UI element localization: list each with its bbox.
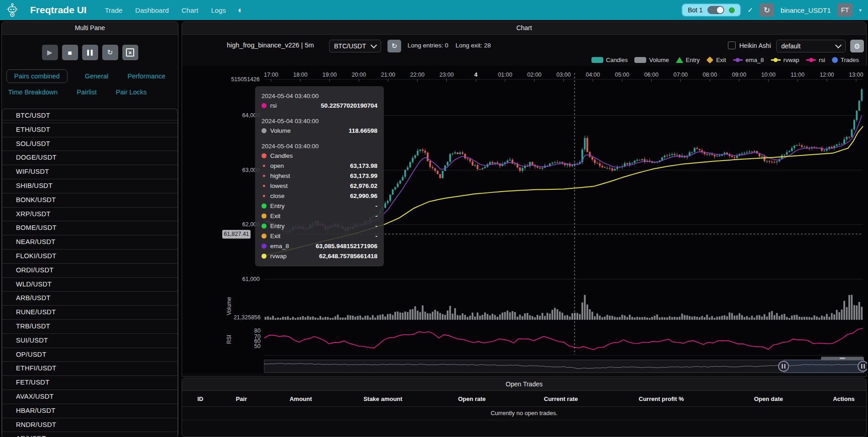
series-dot-icon (263, 195, 265, 197)
sidebar-tab[interactable]: General (83, 70, 110, 83)
navbar: Freqtrade UI TradeDashboardChartLogs ◐ B… (0, 0, 868, 20)
pair-list-item[interactable]: FET/USDT (2, 376, 178, 390)
sidebar-tab[interactable]: Pair Locks (114, 86, 149, 99)
sidebar-tab[interactable]: Performance (126, 70, 167, 83)
series-dot-icon (261, 224, 267, 229)
pair-list-item[interactable]: SHIB/USDT (2, 179, 178, 193)
pair-list-item[interactable]: TRB/USDT (2, 320, 178, 334)
heikin-ashi-checkbox[interactable] (728, 42, 736, 49)
brand-title[interactable]: Freqtrade UI (30, 5, 87, 16)
pair-list-item[interactable]: XRP/USDT (2, 208, 178, 222)
pair-list-item[interactable]: ARB/USDT (2, 291, 178, 306)
refresh-button[interactable]: ↻ (759, 3, 774, 17)
legend-item[interactable]: Entry (676, 57, 700, 63)
svg-text:07:00: 07:00 (674, 72, 688, 78)
pause-button[interactable] (82, 45, 98, 60)
legend-label: rsi (819, 57, 825, 63)
pair-list-item[interactable]: BONK/USDT (2, 193, 178, 208)
tooltip-row: Exit - (261, 231, 377, 241)
nav-item[interactable]: Trade (105, 6, 123, 14)
chart-refresh-button[interactable]: ↻ (387, 40, 401, 52)
pair-list-item[interactable]: SOL/USDT (2, 137, 178, 151)
sidebar-tab[interactable]: Pairlist (75, 86, 99, 99)
column-header[interactable]: Open rate (429, 391, 515, 407)
pair-list-item[interactable]: BTC/USDT (2, 109, 178, 123)
pair-list-item[interactable]: NEAR/USDT (2, 235, 178, 250)
column-header[interactable]: Pair (219, 391, 264, 407)
pair-list-item[interactable]: WIF/USDT (2, 165, 178, 179)
play-button[interactable]: ▶ (42, 45, 58, 60)
nav-item[interactable]: Logs (211, 6, 226, 14)
svg-text:61,000: 61,000 (242, 276, 260, 282)
pair-list-item[interactable]: DOGE/USDT (2, 151, 178, 165)
nav-item[interactable]: Dashboard (135, 6, 168, 14)
column-header[interactable]: Open date (716, 391, 821, 407)
pair-list-item[interactable]: ETHFI/USDT (2, 362, 178, 376)
column-header[interactable]: Current rate (515, 391, 607, 407)
legend-item[interactable]: Volume (634, 57, 669, 63)
column-header[interactable]: ID (182, 391, 219, 407)
legend-swatch-icon (591, 57, 603, 63)
svg-text:04:00: 04:00 (586, 72, 600, 78)
stop-button[interactable]: ■ (62, 45, 78, 60)
pair-list-item[interactable]: ORDI/USDT (2, 264, 178, 278)
legend-item[interactable]: Candles (591, 57, 628, 63)
reload-button[interactable]: ↻ (102, 45, 118, 60)
plot-settings-button[interactable]: ⚙ (850, 40, 864, 52)
series-dot-icon (261, 213, 267, 218)
table-header-row: IDPairAmountStake amountOpen rateCurrent… (182, 391, 867, 407)
bot-toggle[interactable] (707, 6, 724, 14)
pair-list-item[interactable]: SUI/USDT (2, 334, 178, 348)
tooltip-row: open 63,173.98 (261, 161, 377, 171)
chevron-down-icon[interactable]: ▾ (859, 7, 862, 13)
clear-chart-button[interactable]: × (122, 45, 138, 60)
legend-label: Candles (606, 57, 628, 63)
pair-list: BTC/USDTETH/USDTSOL/USDTDOGE/USDTWIF/USD… (2, 109, 178, 437)
bot-selector[interactable]: Bot 1 (681, 3, 741, 17)
pair-select[interactable]: BTC/USDT (329, 40, 381, 52)
svg-text:515051426: 515051426 (231, 76, 260, 83)
chart-legend: Candles Volume Entry Exit ema_8 (591, 57, 859, 63)
series-dot-icon (261, 128, 267, 133)
pair-select-value: BTC/USDT (334, 42, 366, 50)
legend-item[interactable]: rsi (806, 57, 825, 63)
pair-list-item[interactable]: WLD/USDT (2, 278, 178, 292)
svg-text:02:00: 02:00 (527, 72, 541, 78)
plot-config-value: default (781, 42, 800, 50)
theme-toggle-icon[interactable]: ◐ (238, 5, 243, 15)
svg-text:03:00: 03:00 (556, 72, 570, 78)
column-header[interactable]: Amount (264, 391, 337, 407)
svg-text:01:00: 01:00 (498, 72, 512, 78)
pair-list-item[interactable]: FLOKI/USDT (2, 250, 178, 264)
svg-text:06:00: 06:00 (644, 72, 659, 78)
freqtrade-logo-icon (6, 3, 18, 17)
pair-list-item[interactable]: OP/USDT (2, 348, 178, 362)
pair-list-item[interactable]: HBAR/USDT (2, 404, 178, 418)
column-header[interactable]: Stake amount (337, 391, 429, 407)
column-header[interactable]: Current profit % (607, 391, 716, 407)
avatar[interactable]: FT (837, 3, 852, 17)
sidebar-tab[interactable]: Time Breakdown (6, 86, 59, 99)
legend-item[interactable]: rvwap (771, 57, 800, 63)
svg-text:05:00: 05:00 (615, 72, 629, 78)
legend-swatch-icon (706, 57, 714, 64)
legend-item[interactable]: Exit (706, 57, 726, 63)
pair-list-item[interactable]: AVAX/USDT (2, 390, 178, 404)
series-dot-icon (261, 234, 267, 239)
legend-item[interactable]: ema_8 (733, 57, 764, 63)
legend-label: Entry (686, 57, 700, 63)
pair-list-item[interactable]: AR/USDT (2, 432, 178, 437)
pair-list-item[interactable]: RUNE/USDT (2, 306, 178, 320)
pair-list-item[interactable]: RNDR/USDT (2, 418, 178, 432)
plot-config-select[interactable]: default (776, 40, 846, 52)
open-trades-title: Open Trades (182, 378, 866, 391)
pair-list-item[interactable]: ETH/USDT (2, 123, 178, 137)
pair-list-item[interactable]: BOME/USDT (2, 221, 178, 235)
column-header[interactable]: Actions (821, 391, 867, 407)
sidebar-tab[interactable]: Pairs combined (6, 69, 68, 83)
nav-item[interactable]: Chart (182, 6, 199, 14)
heikin-ashi-label: Heikin Ashi (739, 42, 771, 49)
series-dot-icon (261, 103, 267, 108)
legend-item[interactable]: Trades (832, 57, 859, 63)
svg-text:4: 4 (474, 72, 477, 78)
